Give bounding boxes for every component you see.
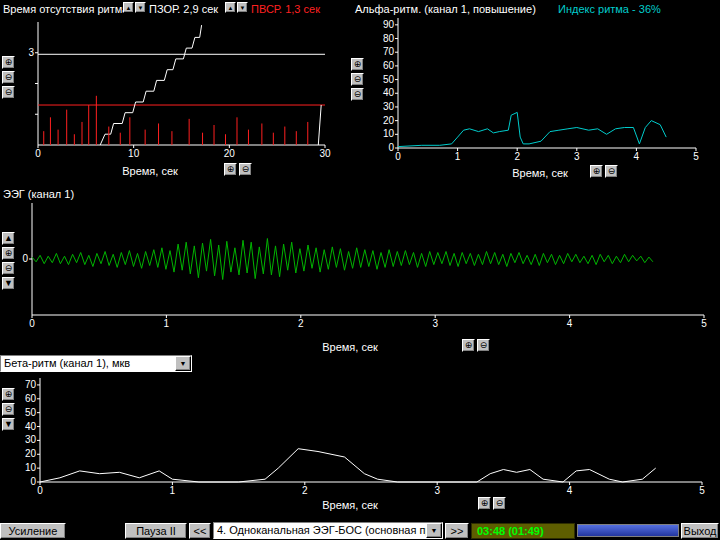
svg-text:60: 60: [383, 60, 395, 71]
svg-text:50: 50: [25, 407, 37, 418]
svg-text:10: 10: [25, 462, 37, 473]
zoom-in-x-button[interactable]: ⊕: [224, 163, 237, 176]
svg-text:30: 30: [25, 434, 37, 445]
svg-text:2: 2: [298, 318, 304, 329]
eeg-signal-chart: 0123450: [18, 199, 716, 329]
pzor-up-button[interactable]: ▲: [123, 2, 134, 13]
svg-text:0: 0: [35, 148, 41, 159]
zoom-in-icon: ⊕: [354, 60, 362, 69]
svg-text:20: 20: [383, 115, 395, 126]
down-arrow-icon: ▼: [240, 5, 246, 11]
zoom-in-x-button[interactable]: ⊕: [462, 339, 475, 352]
eeg-biofeedback-app: Время отсутствия ритма ▲ ▼ ПЗОР. 2,9 сек…: [0, 0, 720, 540]
svg-text:40: 40: [25, 421, 37, 432]
zoom-out-y-button[interactable]: ⊖: [2, 262, 15, 275]
next-step-button[interactable]: >>: [445, 523, 469, 539]
pvsr-up-button[interactable]: ▲: [225, 2, 236, 13]
svg-text:3: 3: [434, 485, 440, 496]
eeg-y-controls: ▲ ⊕ ⊖ ▼: [2, 232, 15, 290]
rhythm-absence-chart: 01020303: [20, 16, 335, 161]
zoom-out-icon: ⊖: [242, 165, 250, 174]
up-arrow-icon: ▲: [126, 5, 132, 11]
zoom-in-icon: ⊕: [465, 341, 473, 350]
svg-text:70: 70: [25, 379, 37, 390]
zoom-in-y-button[interactable]: ⊕: [2, 247, 15, 260]
svg-text:1: 1: [455, 151, 461, 162]
scroll-up-button[interactable]: ▲: [2, 232, 15, 245]
svg-text:4: 4: [567, 485, 573, 496]
rhythm-x-zoom: ⊕ ⊖: [224, 163, 252, 176]
gain-button[interactable]: Усиление: [0, 523, 66, 539]
rhythm-chart-title: Время отсутствия ритма: [3, 3, 128, 15]
zoom-out-x-button[interactable]: ⊖: [493, 497, 506, 510]
svg-text:10: 10: [383, 128, 395, 139]
svg-text:0: 0: [388, 142, 394, 153]
svg-text:0: 0: [37, 485, 43, 496]
program-select[interactable]: 4. Одноканальная ЭЭГ-БОС (основная прогр…: [213, 522, 443, 539]
zoom-in-y-button[interactable]: ⊕: [2, 56, 15, 69]
down-arrow-icon: ▼: [138, 5, 144, 11]
down-arrow-icon: ▼: [4, 279, 13, 288]
svg-text:30: 30: [319, 148, 331, 159]
scroll-down-button[interactable]: ▼: [2, 418, 15, 431]
alpha-rhythm-chart: 0123450102030405060708090: [372, 14, 714, 164]
svg-text:5: 5: [693, 151, 699, 162]
rhythm-y-controls: ⊕ ⊖ ⊖: [2, 56, 15, 99]
zoom-out-y-button[interactable]: ⊖: [2, 403, 15, 416]
zoom-out-y-button[interactable]: ⊖: [351, 73, 364, 86]
zoom-out-y-button[interactable]: ⊖: [2, 71, 15, 84]
zoom-in-y-button[interactable]: ⊕: [2, 388, 15, 401]
zoom-out-icon: ⊖: [496, 499, 504, 508]
svg-text:90: 90: [383, 19, 395, 30]
alpha-x-axis-label: Время, сек: [470, 167, 610, 179]
zoom-out-icon: ⊖: [5, 405, 13, 414]
svg-text:0: 0: [22, 253, 28, 264]
dropdown-button[interactable]: ▼: [426, 523, 442, 538]
zoom-in-icon: ⊕: [481, 499, 489, 508]
svg-text:0: 0: [30, 476, 36, 487]
zoom-out-x-button[interactable]: ⊖: [605, 165, 618, 178]
svg-text:20: 20: [224, 148, 236, 159]
zoom-out-y-button[interactable]: ⊖: [2, 86, 15, 99]
svg-text:80: 80: [383, 33, 395, 44]
pause-button[interactable]: Пауза II: [125, 523, 187, 539]
zoom-out-x-button[interactable]: ⊖: [239, 163, 252, 176]
zoom-out-y-button[interactable]: ⊖: [351, 88, 364, 101]
zoom-in-x-button[interactable]: ⊕: [478, 497, 491, 510]
session-timer: 03:48 (01:49): [471, 523, 575, 539]
svg-text:1: 1: [170, 485, 176, 496]
zoom-in-icon: ⊕: [5, 390, 13, 399]
dropdown-button[interactable]: ▼: [175, 356, 191, 371]
zoom-in-icon: ⊕: [5, 58, 13, 67]
svg-text:3: 3: [28, 47, 34, 58]
pzor-down-button[interactable]: ▼: [135, 2, 146, 13]
svg-text:70: 70: [383, 46, 395, 57]
chevron-down-icon: ▼: [431, 527, 438, 534]
beta-source-value: Бета-ритм (канал 1), мкв: [1, 356, 175, 371]
session-progress-bar: [577, 524, 679, 537]
beta-rhythm-chart: 012345010203040506070: [18, 374, 716, 496]
alpha-y-controls: ⊕ ⊖ ⊖: [351, 58, 364, 101]
scroll-down-button[interactable]: ▼: [2, 277, 15, 290]
svg-text:0: 0: [395, 151, 401, 162]
svg-text:5: 5: [699, 485, 705, 496]
zoom-in-x-button[interactable]: ⊕: [590, 165, 603, 178]
pvsr-down-button[interactable]: ▼: [237, 2, 248, 13]
zoom-out-icon: ⊖: [354, 90, 362, 99]
zoom-out-x-button[interactable]: ⊖: [477, 339, 490, 352]
pvsr-value: ПВСР. 1,3 сек: [251, 3, 320, 15]
pvsr-spinner: ▲ ▼: [225, 2, 248, 13]
exit-button[interactable]: Выход: [681, 523, 719, 539]
svg-text:2: 2: [514, 151, 520, 162]
rhythm-x-axis-label: Время, сек: [80, 165, 220, 177]
zoom-out-icon: ⊖: [480, 341, 488, 350]
previous-step-button[interactable]: <<: [189, 523, 211, 539]
eeg-x-axis-label: Время, сек: [280, 341, 420, 353]
svg-text:4: 4: [567, 318, 573, 329]
svg-text:0: 0: [29, 318, 35, 329]
zoom-in-y-button[interactable]: ⊕: [351, 58, 364, 71]
zoom-in-icon: ⊕: [227, 165, 235, 174]
beta-source-select[interactable]: Бета-ритм (канал 1), мкв ▼: [0, 355, 192, 372]
down-arrow-icon: ▼: [4, 420, 13, 429]
up-arrow-icon: ▲: [228, 5, 234, 11]
